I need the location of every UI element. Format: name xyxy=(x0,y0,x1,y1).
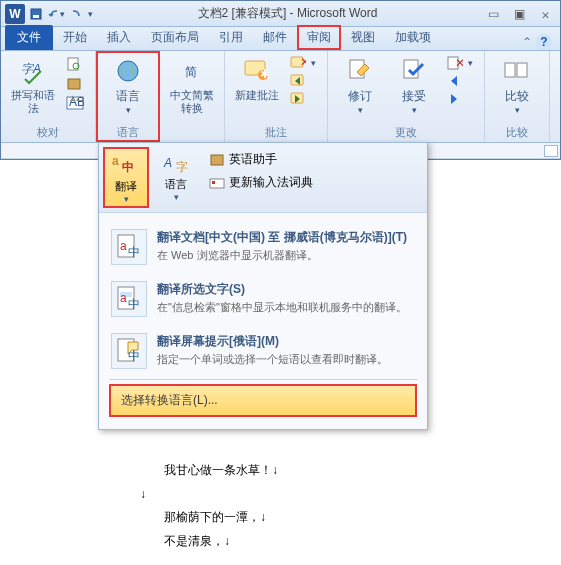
group-compare: 比较▾ 比较 xyxy=(485,51,550,142)
ime-icon xyxy=(209,176,225,190)
svg-text:✱: ✱ xyxy=(260,67,270,81)
track-icon xyxy=(344,55,376,87)
help-icon[interactable]: ? xyxy=(536,34,552,50)
translate-screentip-item[interactable]: 中 翻译屏幕提示[俄语](M) 指定一个单词或选择一个短语以查看即时翻译。 xyxy=(105,325,421,377)
compare-button[interactable]: 比较▾ xyxy=(493,55,541,117)
translate-button[interactable]: a中 翻译 ▾ xyxy=(103,147,149,208)
minimize-ribbon-icon[interactable]: ⌃ xyxy=(522,35,532,49)
svg-text:a: a xyxy=(120,239,127,253)
group-proofing: 字A 拼写和语法 ABC123 校对 xyxy=(1,51,96,142)
language-button[interactable]: 语言▾ xyxy=(104,55,152,117)
globe-icon xyxy=(112,55,144,87)
word-icon[interactable]: W xyxy=(5,4,25,24)
svg-text:A: A xyxy=(163,156,172,170)
prev-comment-icon[interactable] xyxy=(287,73,319,89)
tab-addins[interactable]: 加载项 xyxy=(385,25,441,50)
maximize-button[interactable]: ▣ xyxy=(508,6,530,22)
new-comment-icon: ✱ xyxy=(241,55,273,87)
tab-file[interactable]: 文件 xyxy=(5,25,53,50)
svg-text:✕: ✕ xyxy=(455,56,463,70)
window-controls: ▭ ▣ ⨉ xyxy=(482,6,556,22)
minimize-button[interactable]: ▭ xyxy=(482,6,504,22)
svg-point-9 xyxy=(118,61,138,81)
svg-text:中: 中 xyxy=(122,160,134,174)
translate-icon: a中 xyxy=(110,151,142,179)
doc-line: ↓ xyxy=(140,484,561,506)
accept-button[interactable]: 接受▾ xyxy=(390,55,438,117)
separator xyxy=(109,379,417,380)
tab-review[interactable]: 审阅 xyxy=(297,25,341,50)
ruler-toggle-icon[interactable] xyxy=(544,145,558,157)
svg-rect-30 xyxy=(211,155,223,165)
svg-text:简: 简 xyxy=(185,65,197,79)
tab-layout[interactable]: 页面布局 xyxy=(141,25,209,50)
prev-change-icon[interactable] xyxy=(444,73,476,89)
wordcount-icon[interactable]: ABC123 xyxy=(63,95,87,111)
group-chinese-convert: 简 中文简繁 转换 xyxy=(160,51,225,142)
translate-selection-item[interactable]: a中 翻译所选文字(S) 在"信息检索"窗格中显示本地和联机服务中的翻译。 xyxy=(105,273,421,325)
track-changes-button[interactable]: 修订▾ xyxy=(336,55,384,117)
language-icon: A字 xyxy=(160,149,192,177)
compare-icon xyxy=(501,55,533,87)
group-language: 语言▾ 语言 xyxy=(96,51,160,142)
close-button[interactable]: ⨉ xyxy=(534,6,556,22)
translate-sel-icon: a中 xyxy=(111,281,147,317)
svg-text:中: 中 xyxy=(128,297,140,311)
group-protect: 保护▾ 保护 xyxy=(550,51,561,142)
thesaurus-icon[interactable] xyxy=(63,75,87,93)
delete-comment-icon[interactable]: ✕▾ xyxy=(287,55,319,71)
undo-icon[interactable]: ▾ xyxy=(47,5,65,23)
choose-language-item[interactable]: 选择转换语言(L)... xyxy=(109,384,417,417)
svg-text:字: 字 xyxy=(176,160,188,174)
titlebar: W ▾ ▾ 文档2 [兼容模式] - Microsoft Word ▭ ▣ ⨉ xyxy=(1,1,560,27)
tab-home[interactable]: 开始 xyxy=(53,25,97,50)
update-ime-button[interactable]: 更新输入法词典 xyxy=(205,172,317,193)
spelling-button[interactable]: 字A 拼写和语法 xyxy=(9,55,57,115)
language-dropdown: a中 翻译 ▾ A字 语言 ▾ 英语助手 更新输入法词典 a中 翻译文档[中文(… xyxy=(98,142,428,430)
ribbon-tabs: 文件 开始 插入 页面布局 引用 邮件 审阅 视图 加载项 ⌃ ? xyxy=(1,27,560,51)
group-tracking: 修订▾ 接受▾ ✕▾ 更改 xyxy=(328,51,485,142)
doc-line: 那榆荫下的一潭，↓ xyxy=(140,507,561,529)
window-title: 文档2 [兼容模式] - Microsoft Word xyxy=(93,5,482,22)
svg-text:123: 123 xyxy=(69,96,84,104)
svg-text:✕: ✕ xyxy=(300,56,306,69)
svg-text:a: a xyxy=(112,154,119,168)
svg-rect-22 xyxy=(505,63,515,77)
translate-doc-icon: a中 xyxy=(111,229,147,265)
new-comment-button[interactable]: ✱ 新建批注 xyxy=(233,55,281,102)
svg-rect-32 xyxy=(212,181,215,184)
tab-mailings[interactable]: 邮件 xyxy=(253,25,297,50)
document-body[interactable]: 我甘心做一条水草！↓ ↓ 那榆荫下的一潭，↓ 不是清泉，↓ xyxy=(0,460,561,552)
svg-text:中: 中 xyxy=(128,349,140,363)
next-change-icon[interactable] xyxy=(444,91,476,107)
spelling-icon: 字A xyxy=(17,55,49,87)
doc-line: 我甘心做一条水草！↓ xyxy=(140,460,561,482)
translate-document-item[interactable]: a中 翻译文档[中文(中国) 至 挪威语(博克马尔语)](T) 在 Web 浏览… xyxy=(105,221,421,273)
tab-references[interactable]: 引用 xyxy=(209,25,253,50)
svg-text:a: a xyxy=(120,291,127,305)
redo-icon[interactable] xyxy=(67,5,85,23)
dd-language-button[interactable]: A字 语言 ▾ xyxy=(153,147,199,208)
tab-view[interactable]: 视图 xyxy=(341,25,385,50)
research-icon[interactable] xyxy=(63,55,87,73)
next-comment-icon[interactable] xyxy=(287,91,319,107)
chinese-convert-button[interactable]: 简 中文简繁 转换 xyxy=(168,55,216,115)
doc-line: 不是清泉，↓ xyxy=(140,531,561,553)
svg-rect-3 xyxy=(68,58,78,70)
ribbon: 字A 拼写和语法 ABC123 校对 语言▾ 语言 xyxy=(1,51,560,143)
english-helper-button[interactable]: 英语助手 xyxy=(205,149,317,170)
accept-icon xyxy=(398,55,430,87)
group-comments: ✱ 新建批注 ✕▾ 批注 xyxy=(225,51,328,142)
translate-tip-icon: 中 xyxy=(111,333,147,369)
svg-text:中: 中 xyxy=(128,245,140,259)
svg-rect-23 xyxy=(517,63,527,77)
svg-rect-5 xyxy=(68,79,80,89)
reject-icon[interactable]: ✕▾ xyxy=(444,55,476,71)
save-icon[interactable] xyxy=(27,5,45,23)
quick-access-toolbar: W ▾ ▾ xyxy=(5,4,93,24)
chinese-convert-icon: 简 xyxy=(176,55,208,87)
svg-rect-1 xyxy=(33,15,39,18)
book-icon xyxy=(209,153,225,167)
tab-insert[interactable]: 插入 xyxy=(97,25,141,50)
